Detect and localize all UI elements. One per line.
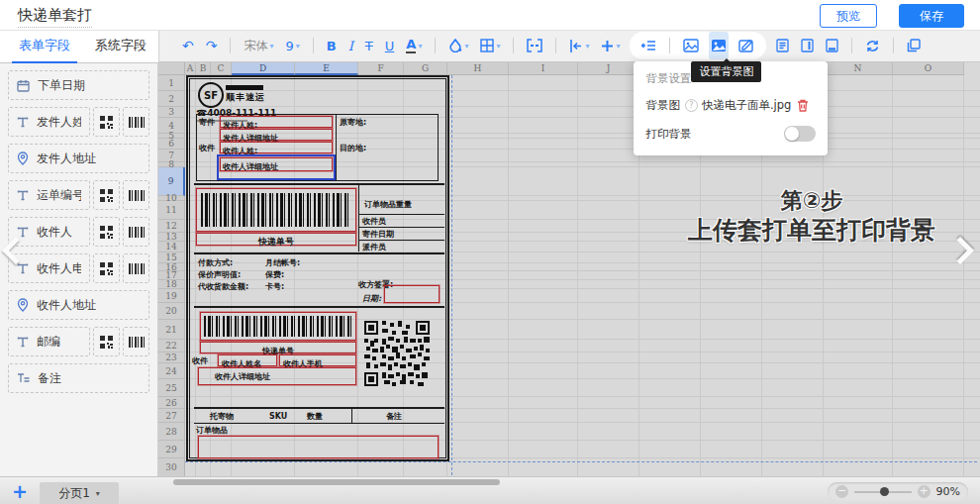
column-header[interactable]: G xyxy=(404,62,447,75)
insert-button[interactable]: ▾ xyxy=(599,34,622,57)
row-header[interactable]: 23 xyxy=(158,353,185,363)
qrcode-option[interactable] xyxy=(93,107,120,137)
underline-button[interactable]: U xyxy=(383,34,397,57)
row-header[interactable]: 1 xyxy=(158,75,185,91)
zoom-slider-knob[interactable] xyxy=(880,487,889,496)
tab-system-fields[interactable]: 系统字段 xyxy=(91,30,150,61)
field-recipient-name[interactable]: 收件人姓: xyxy=(220,142,333,153)
help-icon[interactable]: ? xyxy=(685,99,698,112)
column-header[interactable]: I xyxy=(509,62,578,75)
row-header[interactable]: 26 xyxy=(158,397,185,409)
page-tab[interactable]: 分页1 ▾ xyxy=(40,482,119,504)
qrcode-option[interactable] xyxy=(93,217,120,247)
preview-button[interactable]: 预览 xyxy=(820,4,877,28)
add-page-button[interactable]: + xyxy=(12,480,28,502)
indent-button[interactable] xyxy=(639,34,658,57)
save-button[interactable]: 保存 xyxy=(899,4,964,28)
row-header[interactable]: 18 xyxy=(158,280,185,289)
row-header[interactable]: 13 xyxy=(158,233,185,242)
edit-image-button[interactable] xyxy=(736,34,756,57)
row-header[interactable]: 6 xyxy=(158,139,185,150)
row-header[interactable]: 20 xyxy=(158,303,185,320)
row-header[interactable]: 11 xyxy=(158,201,185,220)
qrcode-option[interactable] xyxy=(93,180,120,210)
row-header[interactable]: 2 xyxy=(158,91,185,107)
column-header[interactable]: H xyxy=(447,62,509,75)
field-recipient-mobile[interactable]: 收件人手机 xyxy=(279,354,356,366)
row-header[interactable]: 9 xyxy=(158,167,185,196)
font-family-select[interactable]: 宋体 ▾ xyxy=(242,34,275,57)
row-header[interactable]: 21 xyxy=(158,320,185,340)
strikethrough-button[interactable]: T xyxy=(363,34,375,57)
row-header[interactable]: 27 xyxy=(158,409,185,423)
undo-button[interactable]: ↶ xyxy=(180,34,196,57)
insert-image-button[interactable] xyxy=(681,34,701,57)
merge-cells-button[interactable] xyxy=(525,34,544,57)
field-sender-address[interactable]: 发件人详细地址 xyxy=(220,129,333,141)
zoom-slider[interactable] xyxy=(854,491,912,493)
column-header[interactable]: N xyxy=(824,62,893,75)
field-barcode-1[interactable] xyxy=(196,188,356,232)
row-header[interactable]: 29 xyxy=(158,441,185,458)
sidebar-item-order-date[interactable]: 下单日期 xyxy=(8,70,149,100)
field-sender-name[interactable]: 发件人姓: xyxy=(220,116,333,128)
column-header[interactable]: A xyxy=(185,62,196,75)
border-button[interactable]: ▾ xyxy=(478,34,502,57)
copy-button[interactable] xyxy=(905,34,923,57)
fill-color-button[interactable]: ▾ xyxy=(446,34,470,57)
sidebar-item-sender-name[interactable]: 发件人姓名 xyxy=(8,107,90,137)
select-all-corner[interactable] xyxy=(158,62,185,75)
row-header[interactable]: 25 xyxy=(158,379,185,397)
column-header[interactable]: O xyxy=(893,62,964,75)
barcode-option[interactable] xyxy=(123,217,149,247)
barcode-option[interactable] xyxy=(123,327,149,356)
sidebar-item-remark[interactable]: 备注 xyxy=(8,363,149,393)
column-header[interactable]: B xyxy=(196,62,211,75)
sidebar-item-sender-address[interactable]: 发件人地址 xyxy=(8,144,149,173)
column-header[interactable]: J xyxy=(578,62,639,75)
field-waybill-number-2[interactable]: 快递单号 xyxy=(200,342,356,353)
row-header[interactable]: 28 xyxy=(158,423,185,441)
font-size-select[interactable]: 9 ▾ xyxy=(283,34,301,57)
tab-form-fields[interactable]: 表单字段 xyxy=(12,30,77,63)
italic-button[interactable]: I xyxy=(346,34,355,57)
row-header[interactable]: 19 xyxy=(158,289,185,303)
doc-footer-button[interactable] xyxy=(824,34,840,57)
field-waybill-number-1[interactable]: 快递单号 xyxy=(196,233,356,246)
align-button[interactable]: ▾ xyxy=(567,34,591,57)
field-recipient-address-2[interactable]: 收件人详细地址 xyxy=(198,367,356,385)
redo-button[interactable]: ↷ xyxy=(204,34,220,57)
design-canvas[interactable]: ABCDEFGHIJKLMNO 123456789101112131415161… xyxy=(158,62,980,476)
bold-button[interactable]: B xyxy=(325,34,339,57)
doc-column-button[interactable] xyxy=(799,34,816,57)
sidebar-item-waybill-number[interactable]: 运单编号 xyxy=(8,180,90,210)
field-recipient-name-2[interactable]: 收件人姓名 xyxy=(218,354,277,366)
zoom-out-button[interactable]: − xyxy=(835,485,848,498)
print-background-toggle[interactable] xyxy=(784,126,816,142)
row-header[interactable]: 14 xyxy=(158,242,185,252)
column-header[interactable]: E xyxy=(295,62,358,75)
horizontal-scrollbar[interactable] xyxy=(173,479,500,485)
row-header[interactable]: 3 xyxy=(158,107,185,118)
field-date[interactable] xyxy=(384,285,440,303)
column-header[interactable]: D xyxy=(232,62,295,75)
barcode-option[interactable] xyxy=(123,253,149,283)
field-order-items[interactable] xyxy=(198,436,439,458)
row-header[interactable]: 30 xyxy=(158,458,185,476)
sidebar-item-recipient-address[interactable]: 收件人地址 xyxy=(8,290,149,320)
field-barcode-2[interactable] xyxy=(200,312,356,341)
doc-lines-button[interactable] xyxy=(774,34,791,57)
row-header[interactable]: 22 xyxy=(158,340,185,353)
font-color-button[interactable]: A ▾ xyxy=(404,34,424,57)
zoom-in-button[interactable]: + xyxy=(918,485,931,498)
qrcode-option[interactable] xyxy=(93,327,120,356)
sidebar-item-postcode[interactable]: 邮编 xyxy=(8,327,90,356)
column-header[interactable]: C xyxy=(211,62,232,75)
qrcode-option[interactable] xyxy=(93,253,120,283)
column-header[interactable]: F xyxy=(358,62,404,75)
barcode-option[interactable] xyxy=(123,180,149,210)
field-recipient-address-selected[interactable]: 收件人详细地址 xyxy=(217,154,336,180)
barcode-option[interactable] xyxy=(123,107,149,137)
refresh-button[interactable] xyxy=(863,34,882,57)
row-header[interactable]: 24 xyxy=(158,363,185,379)
